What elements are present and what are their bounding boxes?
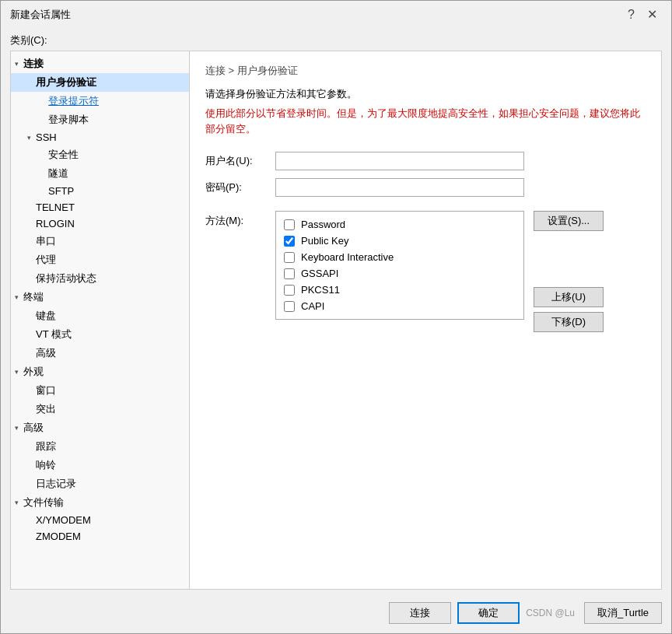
tree-label-vt-mode: VT 模式 [34,328,72,342]
tree-label-advanced: 高级 [34,346,56,360]
breadcrumb: 连接 > 用户身份验证 [205,64,646,78]
expand-icon-proxy [23,254,34,265]
method-checkbox-keyboard-interactive[interactable] [284,252,295,263]
method-checkbox-gssapi[interactable] [284,268,295,279]
tree-label-ssh: SSH [34,131,57,143]
sidebar-item-appearance[interactable]: ▾外观 [11,363,189,381]
method-name-gssapi: GSSAPI [301,268,338,279]
sidebar-item-window[interactable]: 窗口 [11,381,189,400]
tree-label-highlight: 突出 [34,402,56,416]
right-panel: 连接 > 用户身份验证 请选择身份验证方法和其它参数。 使用此部分以节省登录时间… [190,51,661,589]
expand-icon-window [23,385,34,396]
sidebar-item-advanced[interactable]: 高级 [11,344,189,363]
tree-label-appearance: 外观 [22,365,44,379]
sidebar-item-advanced2[interactable]: ▾高级 [11,419,189,437]
tree-label-xymodem: X/YMODEM [34,514,91,526]
sidebar-item-telnet[interactable]: TELNET [11,199,189,215]
sidebar-item-login-prompt[interactable]: 登录提示符 [11,92,189,110]
expand-icon-login-prompt [36,96,47,107]
help-button[interactable]: ? [623,7,639,23]
sidebar-item-security[interactable]: 安全性 [11,145,189,164]
sidebar-item-file-transfer[interactable]: ▾文件传输 [11,493,189,512]
sidebar-item-connection[interactable]: ▾连接 [11,54,189,73]
method-item-capi[interactable]: CAPI [281,298,519,314]
expand-icon-telnet [23,202,34,213]
move-up-button[interactable]: 上移(U) [534,287,604,307]
sidebar-item-keepalive[interactable]: 保持活动状态 [11,269,189,288]
tree-label-log: 日志记录 [34,477,76,491]
connect-button[interactable]: 连接 [389,602,451,624]
expand-icon-highlight [23,404,34,415]
method-section: 方法(M): PasswordPublic KeyKeyboard Intera… [205,211,646,332]
sidebar-item-ssh[interactable]: ▾SSH [11,129,189,145]
method-checkbox-pkcs11[interactable] [284,285,295,296]
expand-icon-sftp [36,186,47,197]
sidebar-item-login-script[interactable]: 登录脚本 [11,110,189,129]
username-row: 用户名(U): [205,152,646,170]
bottom-bar: 连接 确定 CSDN @Lu 取消_Turtle [1,596,671,633]
tree-label-bell: 响铃 [34,458,56,472]
expand-icon-terminal: ▾ [11,292,22,303]
expand-icon-keepalive [23,273,34,284]
sidebar-item-bell[interactable]: 响铃 [11,456,189,475]
sidebar-item-user-auth[interactable]: 用户身份验证 [11,73,189,92]
sidebar-item-serial[interactable]: 串口 [11,232,189,250]
tree-label-window: 窗口 [34,384,56,398]
sidebar-item-keyboard[interactable]: 键盘 [11,306,189,325]
sidebar-item-tunnel[interactable]: 隧道 [11,164,189,183]
sidebar-item-proxy[interactable]: 代理 [11,250,189,269]
tree-label-login-script: 登录脚本 [47,113,89,127]
expand-icon-log [23,478,34,489]
settings-button[interactable]: 设置(S)... [534,211,604,231]
sidebar-item-xymodem[interactable]: X/YMODEM [11,512,189,528]
expand-icon-login-script [36,114,47,125]
username-label: 用户名(U): [205,154,275,168]
tree-label-sftp: SFTP [47,185,74,197]
method-checkbox-capi[interactable] [284,301,295,312]
sidebar-item-highlight[interactable]: 突出 [11,400,189,419]
method-name-capi: CAPI [301,300,324,312]
dialog: 新建会话属性 ? ✕ 类别(C): ▾连接用户身份验证登录提示符登录脚本▾SSH… [0,0,672,634]
category-label: 类别(C): [1,29,671,51]
sidebar-item-vt-mode[interactable]: VT 模式 [11,325,189,344]
method-checkbox-public-key[interactable] [284,236,295,247]
expand-icon-user-auth [23,77,34,88]
method-item-password[interactable]: Password [281,216,519,233]
sidebar-item-sftp[interactable]: SFTP [11,183,189,199]
sidebar-item-zmodem[interactable]: ZMODEM [11,528,189,545]
move-down-button[interactable]: 下移(D) [534,312,604,332]
tree-label-login-prompt: 登录提示符 [47,94,99,108]
watermark: CSDN @Lu [526,608,575,618]
sidebar-item-trace[interactable]: 跟踪 [11,437,189,456]
tree-label-keyboard: 键盘 [34,309,56,323]
main-content: ▾连接用户身份验证登录提示符登录脚本▾SSH安全性隧道SFTPTELNETRLO… [10,51,662,590]
expand-icon-zmodem [23,531,34,542]
title-bar-buttons: ? ✕ [623,7,662,23]
password-input[interactable] [275,178,524,197]
expand-icon-bell [23,460,34,471]
dialog-title: 新建会话属性 [10,8,71,22]
method-name-keyboard-interactive: Keyboard Interactive [301,251,394,263]
username-input[interactable] [275,152,524,170]
method-checkbox-password[interactable] [284,219,295,230]
sidebar-item-log[interactable]: 日志记录 [11,475,189,493]
method-item-keyboard-interactive[interactable]: Keyboard Interactive [281,249,519,265]
sidebar-item-terminal[interactable]: ▾终端 [11,288,189,306]
cancel-button[interactable]: 取消_Turtle [584,602,662,624]
tree-label-keepalive: 保持活动状态 [34,271,96,285]
tree-label-advanced2: 高级 [22,421,44,435]
tree-label-serial: 串口 [34,234,56,248]
sidebar-item-rlogin[interactable]: RLOGIN [11,215,189,232]
tree-label-user-auth: 用户身份验证 [34,75,96,89]
method-item-pkcs11[interactable]: PKCS11 [281,282,519,298]
method-name-password: Password [301,219,345,230]
sidebar: ▾连接用户身份验证登录提示符登录脚本▾SSH安全性隧道SFTPTELNETRLO… [11,51,190,589]
method-name-pkcs11: PKCS11 [301,284,340,296]
method-item-gssapi[interactable]: GSSAPI [281,265,519,282]
expand-icon-connection: ▾ [11,58,22,69]
ok-button[interactable]: 确定 [457,602,520,624]
expand-icon-tunnel [36,168,47,179]
method-box: PasswordPublic KeyKeyboard InteractiveGS… [275,211,524,320]
close-button[interactable]: ✕ [642,7,662,23]
method-item-public-key[interactable]: Public Key [281,233,519,249]
